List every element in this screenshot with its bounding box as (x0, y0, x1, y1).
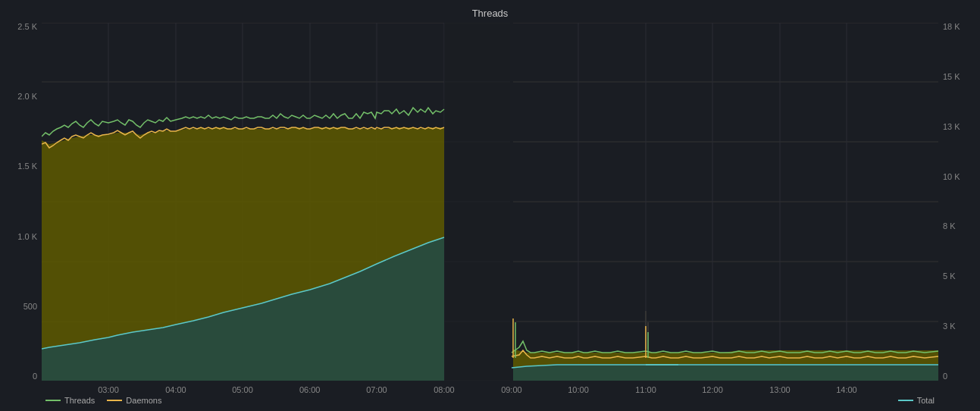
y-right-label-1: 15 K (943, 73, 960, 81)
x-label-0400: 04:00 (165, 385, 186, 394)
svg-marker-23 (512, 364, 938, 381)
total-legend-line (898, 400, 913, 401)
x-label-0300: 03:00 (98, 385, 119, 394)
y-left-label-2: 1.5 K (17, 162, 37, 171)
x-label-0600: 06:00 (299, 385, 321, 394)
legend-threads: Threads (45, 396, 95, 405)
chart-area (42, 23, 938, 381)
svg-rect-19 (444, 23, 512, 381)
y-right-label-0: 18 K (943, 23, 960, 31)
threads-legend-label: Threads (64, 396, 95, 405)
y-right-label-6: 3 K (943, 322, 956, 331)
x-label-0500: 05:00 (232, 385, 253, 394)
y-left-label-4: 500 (23, 303, 37, 311)
x-label-1400: 14:00 (836, 385, 857, 394)
chart-svg (42, 23, 938, 381)
daemons-legend-line (107, 400, 122, 401)
legend-daemons: Daemons (107, 396, 161, 405)
y-axis-right: 18 K 15 K 13 K 10 K 8 K 5 K 3 K 0 (938, 23, 980, 381)
x-label-0900: 09:00 (501, 385, 522, 394)
y-axis-left: 2.5 K 2.0 K 1.5 K 1.0 K 500 0 (0, 23, 42, 381)
y-left-label-0: 2.5 K (17, 23, 37, 31)
chart-container: Threads 2.5 K 2.0 K 1.5 K 1.0 K 500 0 18… (0, 0, 980, 411)
legend-left: Threads Daemons (45, 396, 161, 405)
y-right-label-3: 10 K (943, 173, 960, 181)
x-axis: 03:00 04:00 05:00 06:00 07:00 08:00 09:0… (42, 381, 938, 411)
x-label-1100: 11:00 (635, 385, 656, 394)
x-label-1000: 10:00 (568, 385, 589, 394)
x-label-1200: 12:00 (702, 385, 723, 394)
y-left-label-3: 1.0 K (17, 233, 37, 241)
daemons-legend-label: Daemons (126, 396, 161, 405)
x-label-0700: 07:00 (366, 385, 387, 394)
total-legend-label: Total (917, 396, 935, 405)
y-left-label-5: 0 (33, 372, 37, 381)
x-label-0800: 08:00 (434, 385, 455, 394)
legend-right: Total (898, 396, 935, 405)
chart-title: Threads (472, 8, 509, 19)
y-right-label-5: 5 K (943, 272, 956, 281)
x-label-1300: 13:00 (769, 385, 791, 394)
y-right-label-4: 8 K (943, 222, 956, 231)
y-right-label-7: 0 (943, 372, 947, 381)
y-right-label-2: 13 K (943, 123, 960, 131)
threads-legend-line (45, 400, 61, 401)
y-left-label-1: 2.0 K (17, 93, 37, 101)
